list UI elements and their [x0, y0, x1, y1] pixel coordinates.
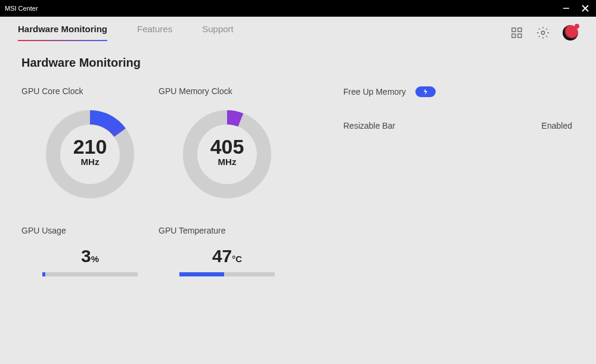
page-title: Hardware Monitoring	[21, 56, 575, 70]
svg-rect-5	[512, 34, 516, 38]
tab-support[interactable]: Support	[202, 24, 234, 41]
avatar[interactable]	[563, 25, 578, 41]
gauge-value: 405	[210, 136, 244, 157]
progress-fill	[42, 272, 45, 276]
bar-value: 47	[212, 246, 232, 266]
gpu-core-clock-metric: GPU Core Clock 210 MHz	[21, 86, 159, 202]
gauge-unit: MHz	[210, 157, 244, 167]
bar-unit: °C	[232, 254, 242, 264]
minimize-button[interactable]	[560, 2, 572, 14]
metric-label: GPU Temperature	[159, 226, 296, 235]
svg-rect-3	[512, 28, 516, 32]
top-nav: Hardware Monitoring Features Support	[0, 17, 596, 42]
svg-rect-4	[518, 28, 522, 32]
tab-features[interactable]: Features	[137, 24, 172, 41]
svg-point-7	[541, 31, 545, 35]
svg-rect-6	[518, 34, 522, 38]
gpu-temperature-metric: GPU Temperature 47°C	[159, 221, 296, 276]
gauge-unit: MHz	[73, 157, 107, 167]
tab-hardware-monitoring[interactable]: Hardware Monitoring	[18, 24, 107, 41]
metric-label: GPU Memory Clock	[159, 86, 296, 96]
metric-label: GPU Usage	[21, 226, 159, 235]
lightning-icon	[422, 88, 429, 95]
free-up-memory-label: Free Up Memory	[343, 87, 406, 97]
apps-icon[interactable]	[510, 26, 523, 39]
bar-value: 3	[81, 246, 91, 266]
free-up-memory-toggle[interactable]	[415, 86, 436, 97]
resizable-bar-label: Resizable Bar	[343, 121, 395, 130]
metric-label: GPU Core Clock	[21, 86, 159, 96]
bar-unit: %	[91, 254, 99, 264]
progress-fill	[179, 272, 224, 276]
progress-track	[42, 272, 138, 276]
resizable-bar-value: Enabled	[542, 121, 572, 130]
progress-track	[179, 272, 275, 276]
settings-icon[interactable]	[536, 26, 550, 39]
gauge-value: 210	[73, 136, 107, 157]
app-title: MSI Center	[5, 5, 560, 12]
close-button[interactable]	[579, 2, 591, 14]
gpu-usage-metric: GPU Usage 3%	[21, 221, 159, 276]
gpu-memory-clock-metric: GPU Memory Clock 405 MHz	[159, 86, 296, 202]
titlebar: MSI Center	[0, 0, 596, 17]
